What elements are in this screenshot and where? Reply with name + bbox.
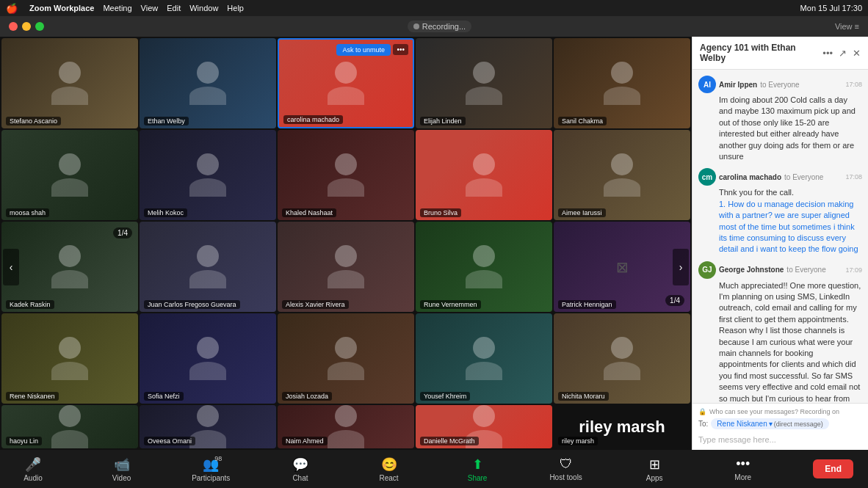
chat-to-bar: To: Rene Niskanen ▾ (direct message) (698, 418, 862, 429)
name-tag-sofia: Sofia Nefzi (144, 392, 184, 401)
share-button[interactable]: ⬆ Share (459, 456, 496, 482)
video-cell-nichita[interactable]: Nichita Moraru (554, 313, 690, 404)
participants-button[interactable]: 👥 98 Participants (192, 456, 230, 482)
menubar-datetime: Mon 15 Jul 17:30 (800, 4, 862, 12)
menu-window[interactable]: Window (189, 4, 218, 12)
to-carolina: to Everyone (784, 173, 823, 181)
minimize-button[interactable] (22, 22, 31, 31)
to-george: to Everyone (786, 266, 825, 274)
name-tag-josiah: Josiah Lozada (282, 392, 332, 401)
video-label: Video (112, 474, 131, 482)
video-cell-rune[interactable]: Rune Vernemmen (416, 222, 552, 312)
video-cell-sofia[interactable]: Sofia Nefzi (140, 313, 276, 404)
chat-message-amir: AI Amir Ippen to Everyone 17:08 Im doing… (698, 76, 862, 162)
maximize-button[interactable] (35, 22, 44, 31)
menu-view[interactable]: View (141, 4, 159, 12)
video-cell-danielle[interactable]: Danielle McGrath (416, 405, 552, 448)
video-cell-elijah[interactable]: Elijah Linden (416, 38, 552, 128)
view-button[interactable]: View ≡ (835, 22, 859, 31)
video-cell-naim[interactable]: Naim Ahmed (278, 405, 414, 448)
video-cell-ethan[interactable]: Ethan Welby (140, 38, 276, 128)
chat-close-icon[interactable]: ✕ (853, 48, 861, 59)
name-tag-kadek: Kadek Raskin (6, 300, 54, 309)
nav-next-button[interactable]: › (673, 249, 689, 285)
apps-label: Apps (646, 474, 663, 482)
video-cell-juancarlos[interactable]: Juan Carlos Fregoso Guevara (140, 222, 276, 312)
menubar-right: Mon 15 Jul 17:30 (800, 4, 862, 12)
audio-label: Audio (23, 474, 43, 482)
text-amir: Im doing about 200 Cold calls a day and … (698, 95, 862, 162)
menu-help[interactable]: Help (227, 4, 244, 12)
microphone-icon: 🎤 (25, 456, 41, 473)
sender-carolina: carolina machado (719, 173, 781, 181)
video-grid: Stefano Ascanio Ethan Welby Ask to unmut… (0, 37, 692, 450)
video-cell-carolina[interactable]: Ask to unmute ••• carolina machado (278, 38, 414, 128)
name-tag-elijah: Elijah Linden (420, 117, 466, 125)
chat-header: Agency 101 with Ethan Welby ••• ↗ ✕ (692, 37, 868, 70)
video-cell-patrick[interactable]: ⊠ Patrick Hennigan 1/4 › (554, 222, 690, 312)
more-options-button[interactable]: ••• (393, 44, 408, 55)
chat-recipient-selector[interactable]: Rene Niskanen ▾ (direct message) (711, 418, 828, 429)
video-cell-melih[interactable]: Melih Kokoc (140, 130, 276, 220)
video-icon: 📹 (114, 456, 130, 473)
video-cell-alexis[interactable]: Alexis Xavier Rivera (278, 222, 414, 312)
page-indicator-top: 1/4 (113, 227, 132, 238)
chat-message-carolina: cm carolina machado to Everyone 17:08 Th… (698, 168, 862, 255)
video-cell-sanil[interactable]: Sanil Chakma (554, 38, 690, 128)
video-cell-riley[interactable]: riley marsh riley marsh (554, 405, 690, 448)
text-carolina: Thnk you for the call. 1. How do u manag… (698, 187, 862, 255)
chat-footer: 🔒 Who can see your messages? Recording o… (692, 403, 868, 450)
chat-more-icon[interactable]: ••• (822, 48, 833, 59)
name-tag-juancarlos: Juan Carlos Fregoso Guevara (144, 300, 240, 309)
more-button[interactable]: ••• More (725, 456, 762, 481)
toolbar: 🎤 Audio 📹 Video 👥 98 Participants 💬 Chat… (0, 450, 868, 488)
chat-input[interactable] (698, 435, 862, 444)
avatar-george: GJ (698, 261, 716, 279)
avatar-amir: AI (698, 76, 716, 93)
name-tag-moosa: moosa shah (6, 208, 49, 217)
audio-button[interactable]: 🎤 Audio (15, 456, 51, 482)
avatar-carolina: cm (698, 168, 716, 186)
apps-button[interactable]: ⊞ Apps (636, 456, 673, 482)
video-button[interactable]: 📹 Video (104, 456, 140, 482)
name-tag-patrick: Patrick Hennigan (558, 300, 616, 309)
privacy-text: Who can see your messages? Recording on (709, 408, 839, 415)
video-cell-khaled[interactable]: Khaled Nashaat (278, 130, 414, 220)
video-cell-bruno[interactable]: Bruno Silva (416, 130, 552, 220)
to-amir: to Everyone (760, 81, 799, 89)
video-cell-oveesa[interactable]: Oveesa Omani (140, 405, 276, 448)
more-icon: ••• (736, 456, 750, 472)
riley-marsh-name: riley marsh (579, 418, 665, 437)
video-cell-aimee[interactable]: Aimee Iarussi (554, 130, 690, 220)
host-tools-button[interactable]: 🛡 Host tools (548, 456, 585, 481)
time-carolina: 17:08 (845, 173, 862, 181)
react-button[interactable]: 😊 React (371, 456, 408, 482)
ask-unmute-button[interactable]: Ask to unmute (336, 44, 391, 56)
chat-icon: 💬 (292, 456, 308, 473)
apple-icon[interactable]: 🍎 (6, 3, 18, 14)
titlebar-right[interactable]: View ≡ (835, 22, 859, 31)
apps-icon: ⊞ (649, 456, 660, 473)
video-cell-stefano[interactable]: Stefano Ascanio (1, 38, 138, 128)
close-button[interactable] (9, 22, 18, 31)
video-cell-kadek[interactable]: ‹ Kadek Raskin 1/4 (1, 222, 138, 312)
video-cell-yousef[interactable]: Yousef Khreim (416, 313, 552, 404)
chat-title: Agency 101 with Ethan Welby (700, 43, 822, 63)
chat-to-label: To: (698, 420, 708, 428)
video-cell-josiah[interactable]: Josiah Lozada (278, 313, 414, 404)
menu-edit[interactable]: Edit (167, 4, 181, 12)
chat-popout-icon[interactable]: ↗ (839, 48, 847, 59)
chat-header-icons: ••• ↗ ✕ (822, 48, 861, 59)
video-cell-moosa[interactable]: moosa shah (1, 130, 138, 220)
video-cell-rene[interactable]: Rene Niskanen (1, 313, 138, 404)
video-cell-haoyu[interactable]: haoyu Lin (1, 405, 138, 448)
menu-meeting[interactable]: Meeting (103, 4, 131, 12)
name-tag-danielle: Danielle McGrath (420, 437, 479, 445)
sender-george: George Johnstone (719, 266, 784, 274)
participants-icon: 👥 98 (203, 456, 219, 473)
chat-button[interactable]: 💬 Chat (282, 456, 319, 482)
chat-messages: AI Amir Ippen to Everyone 17:08 Im doing… (692, 70, 868, 403)
chat-label: Chat (292, 474, 308, 482)
end-button[interactable]: End (813, 459, 853, 478)
nav-prev-button[interactable]: ‹ (3, 249, 19, 285)
